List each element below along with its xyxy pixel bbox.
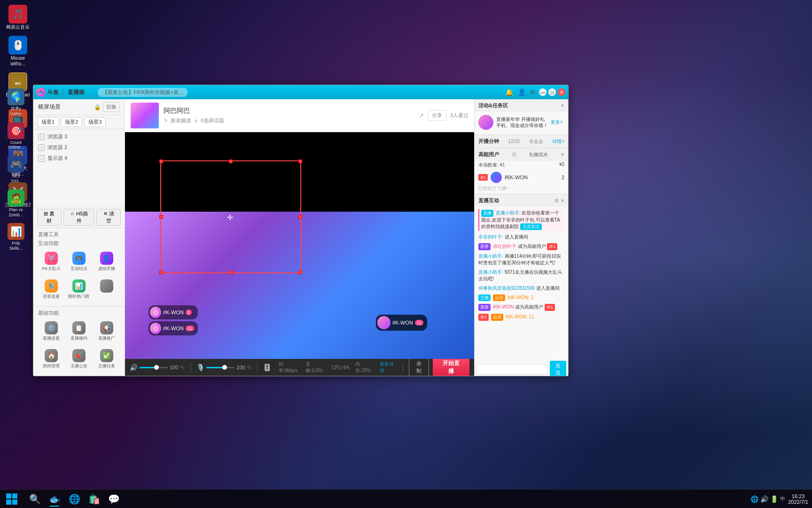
start-button[interactable] [0,490,23,508]
interactive-button[interactable]: 🎮 互动玩法 [66,249,93,275]
taskbar-system: 🌐 🔊 🔋 中 16:23 2022/7/1 [747,493,812,505]
clear-button[interactable]: ✕ 清空 [96,209,121,226]
volume-slider[interactable] [140,367,168,368]
more-details[interactable]: 更多详情 [380,361,397,374]
stream-contract-button[interactable]: 📋 直播接约 [66,318,93,344]
canvas-area[interactable]: ✛ 🌸 #K-WON 2 🌸 [125,132,474,359]
share-button[interactable]: 分享 [428,110,446,121]
resize-handle-tl[interactable] [159,159,163,163]
scene-item-browser3[interactable]: □ 浏览器 3 [33,131,125,142]
premium-close[interactable]: ✕ [561,152,564,157]
desktop-icon-count[interactable]: 🎯 CountOnline... [2,120,30,152]
activity-close[interactable]: ✕ [561,103,564,108]
desktop-icon-poly[interactable]: 📊 PolySkills... [2,221,30,253]
scene-tab-2[interactable]: 场景2 [61,117,82,127]
taskbar-edge[interactable]: 🌐 [65,491,84,508]
taskbar-chat[interactable]: 💬 [104,491,123,508]
resize-handle-tr[interactable] [298,159,302,163]
scene-item-monitor4[interactable]: □ 显示器 4 [33,153,125,164]
materials-button[interactable]: ⊞ 素材 [37,209,62,226]
mic-thumb[interactable] [222,365,227,370]
broadcast-icon: 📢 [100,321,113,334]
chat-user-3[interactable]: 赤红的叶子 [493,244,516,249]
volume-thumb[interactable] [154,365,159,370]
taskbar-store[interactable]: 🛍️ [85,491,103,508]
task-icon: ✅ [100,349,113,362]
host-task-button[interactable]: ✅ 主播任务 [93,346,120,372]
realtime-rank-button[interactable]: 📊 限时热门榜 [66,277,93,302]
resize-handle-ml[interactable] [159,215,163,219]
move-cursor[interactable]: ✛ [227,213,233,222]
send-button[interactable]: 发送 [550,361,566,376]
interaction-close[interactable]: ✕ [561,198,564,203]
stream-title: 阿巴阿巴 [164,107,414,115]
desktop-icon-world[interactable]: 🌎 世界yValley [2,87,30,119]
mic-icon[interactable]: 🎙️ [196,364,204,371]
settings-icon[interactable]: 🎚️ [263,364,271,371]
store-icon: 🛍️ [88,493,100,505]
start-stream-button[interactable]: 开始直播 [433,357,469,376]
announce-bar[interactable]: 【获奖公告】FIFA周年庆视频+直... [98,88,187,97]
host-announce-button[interactable]: 📣 主播公告 [66,346,93,372]
virtual-stream-button[interactable]: 👤 虚拟开播 [93,249,120,275]
chat-user-7[interactable]: 柯K-WON: 2 [508,295,534,300]
selection-box[interactable]: ✛ [160,160,301,273]
activity-text-block: 直播嘉年华 开播领好礼 手机、现金成分等你领！ [496,116,548,128]
h5-plugins-button[interactable]: ☆ H5插件 [63,209,95,226]
maximize-button[interactable]: □ [548,88,556,96]
battery-icon[interactable]: 🔋 [770,495,778,503]
volume-icon[interactable]: 🔊 [130,364,138,371]
speaker-icon[interactable]: 🔔 [505,88,513,96]
scene-tab-3[interactable]: 场景3 [84,117,106,127]
mail-icon[interactable]: ✉ [530,88,535,96]
follow-btn[interactable]: 主页关注 [520,223,542,230]
chat-user-5[interactable]: 直播小助手: [478,270,503,275]
resize-handle-bc[interactable] [229,270,233,274]
language-icon[interactable]: 中 [780,495,785,502]
desktop-icon-se3[interactable]: 🎮 SE3533.. [2,154,30,186]
interactive-icon: 🎮 [72,252,86,265]
pk-button[interactable]: ⚔️ PK大乱斗 [38,249,65,275]
taskbar-live-app[interactable]: 🐟 [45,491,64,508]
taskbar-search[interactable]: 🔍 [25,491,44,508]
chat-user-2[interactable]: 非非的叶子: [478,234,503,239]
tag-2[interactable]: #选择话题 [201,117,224,124]
activity-more[interactable]: 更多> [551,119,563,126]
stream-settings-button[interactable]: ⚙️ 直播设置 [38,318,65,344]
desktop-icon-mouse[interactable]: 🖱️ Mouse witho... [2,34,34,69]
chat-user-6[interactable]: 何事秋风苦画面922831566 [478,286,535,291]
empty-icon [100,279,113,293]
chat-input[interactable] [476,364,548,374]
chat-user-1[interactable]: 直播小助手: [496,210,521,215]
network-icon[interactable]: 🌐 [750,495,758,503]
minimize-button[interactable]: — [539,88,547,96]
stream-broadcast-button[interactable]: 📢 直播推广 [93,318,120,344]
sidebar-header: 横屏场景 🔒 切换 [33,99,125,115]
desktop-icon-netease[interactable]: 🎵 网易云音乐 [2,3,34,32]
interaction-settings[interactable]: ⚙ [554,198,559,203]
volume-tray-icon[interactable]: 🔊 [760,495,768,503]
desktop-icon-plants[interactable]: 🧟 Plan vsZomb... [2,188,30,220]
resize-handle-bl[interactable] [159,270,163,274]
points-detail[interactable]: 详情> [552,138,564,145]
resize-handle-mr[interactable] [298,215,302,219]
switch-button[interactable]: 切换 [103,102,120,112]
system-clock[interactable]: 16:23 2022/7/1 [788,493,808,505]
voice-queue-button[interactable]: 🎙️ 语音连麦 [38,277,65,302]
tag-1[interactable]: 新老频道 [171,117,191,124]
record-button[interactable]: 录制 [409,358,429,376]
close-button[interactable]: ✕ [558,88,565,96]
user-icon[interactable]: 👤 [518,88,526,96]
scene-tab-1[interactable]: 场景1 [37,117,59,127]
resize-handle-tc[interactable] [229,159,233,163]
stream-tag: 直播姬 [68,88,85,96]
room-management-button[interactable]: 🏠 房间管理 [38,346,65,372]
chat-user-9[interactable]: 柯K-WON: 11 [506,314,534,319]
memory-status: 内存:25% [355,361,374,374]
scene-item-browser2[interactable]: □ 浏览器 2 [33,142,125,153]
chat-message-7: 主播 运营 柯K-WON: 2 [478,294,564,302]
chat-user-4[interactable]: 直播小助手: [478,254,503,259]
mic-slider[interactable] [206,367,234,368]
chat-user-8[interactable]: 柯K-WON [493,304,514,310]
resize-handle-br[interactable] [298,270,302,274]
